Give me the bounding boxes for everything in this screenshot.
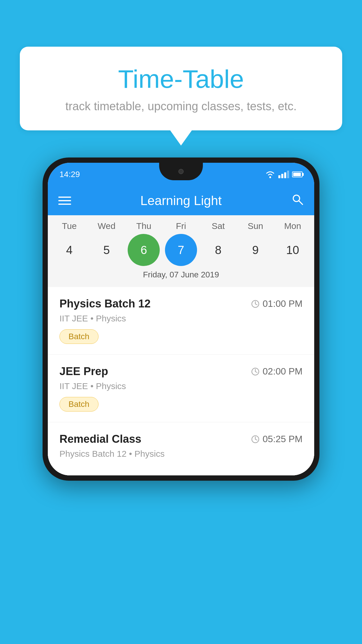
- svg-line-2: [299, 201, 303, 204]
- clock-icon-1: [251, 300, 260, 308]
- schedule-item-2-header: JEE Prep 02:00 PM: [59, 365, 303, 378]
- schedule-item-1[interactable]: Physics Batch 12 01:00 PM IIT JEE • Phys…: [48, 287, 314, 355]
- phone-frame: 14:29: [43, 158, 319, 481]
- schedule-list: Physics Batch 12 01:00 PM IIT JEE • Phys…: [48, 287, 314, 475]
- day-label-wed: Wed: [91, 221, 123, 231]
- svg-line-5: [255, 304, 257, 305]
- status-time: 14:29: [59, 170, 80, 179]
- menu-line-3: [58, 204, 71, 205]
- search-button[interactable]: [291, 193, 304, 209]
- schedule-item-2-badge: Batch: [59, 397, 99, 412]
- schedule-item-2[interactable]: JEE Prep 02:00 PM IIT JEE • Physics Batc…: [48, 355, 314, 422]
- clock-icon-2: [251, 367, 260, 376]
- schedule-item-3-time: 05:25 PM: [251, 434, 303, 444]
- menu-line-2: [58, 200, 71, 201]
- svg-point-0: [269, 176, 271, 178]
- signal-icon: [278, 171, 289, 178]
- schedule-item-2-time: 02:00 PM: [251, 366, 303, 377]
- phone-screen: 14:29: [48, 163, 314, 475]
- phone-notch: [159, 163, 203, 180]
- day-10[interactable]: 10: [277, 234, 309, 266]
- schedule-item-3-header: Remedial Class 05:25 PM: [59, 433, 303, 445]
- menu-line-1: [58, 197, 71, 198]
- schedule-item-2-subtitle: IIT JEE • Physics: [59, 381, 303, 391]
- day-8[interactable]: 8: [202, 234, 234, 266]
- day-label-thu: Thu: [128, 221, 160, 231]
- selected-date-label: Friday, 07 June 2019: [48, 266, 314, 284]
- day-5[interactable]: 5: [91, 234, 123, 266]
- wifi-icon: [265, 170, 275, 178]
- bubble-title: Time-Table: [43, 64, 319, 94]
- calendar-strip: Tue Wed Thu Fri Sat Sun Mon 4 5 6 7 8 9 …: [48, 215, 314, 287]
- clock-icon-3: [251, 435, 260, 444]
- day-label-mon: Mon: [277, 221, 309, 231]
- schedule-item-1-header: Physics Batch 12 01:00 PM: [59, 298, 303, 310]
- schedule-item-1-subtitle: IIT JEE • Physics: [59, 314, 303, 323]
- speech-bubble-container: Time-Table track timetable, upcoming cla…: [20, 47, 342, 130]
- phone-wrapper: 14:29: [43, 158, 319, 481]
- day-label-sat: Sat: [202, 221, 234, 231]
- bubble-subtitle: track timetable, upcoming classes, tests…: [43, 100, 319, 113]
- app-bar: Learning Light: [48, 186, 314, 215]
- svg-line-11: [255, 439, 257, 440]
- day-4[interactable]: 4: [53, 234, 85, 266]
- menu-button[interactable]: [58, 197, 71, 205]
- schedule-item-1-time: 01:00 PM: [251, 298, 303, 309]
- schedule-item-3[interactable]: Remedial Class 05:25 PM Physics Batch 12…: [48, 422, 314, 475]
- day-label-fri: Fri: [165, 221, 197, 231]
- day-headers: Tue Wed Thu Fri Sat Sun Mon: [48, 221, 314, 231]
- svg-line-8: [255, 372, 257, 372]
- day-label-tue: Tue: [53, 221, 85, 231]
- camera-dot: [178, 169, 184, 174]
- schedule-item-3-title: Remedial Class: [59, 433, 141, 445]
- battery-icon: [292, 172, 303, 177]
- schedule-item-2-title: JEE Prep: [59, 365, 108, 378]
- day-6-today[interactable]: 6: [128, 234, 160, 266]
- schedule-item-1-title: Physics Batch 12: [59, 298, 151, 310]
- day-label-sun: Sun: [239, 221, 271, 231]
- app-title: Learning Light: [140, 193, 222, 208]
- day-numbers: 4 5 6 7 8 9 10: [48, 234, 314, 266]
- schedule-item-3-subtitle: Physics Batch 12 • Physics: [59, 449, 303, 459]
- status-icons: [265, 170, 303, 178]
- svg-point-1: [293, 195, 300, 202]
- speech-bubble: Time-Table track timetable, upcoming cla…: [20, 47, 342, 130]
- day-7-selected[interactable]: 7: [165, 234, 197, 266]
- day-9[interactable]: 9: [239, 234, 271, 266]
- status-bar: 14:29: [48, 163, 314, 186]
- schedule-item-1-badge: Batch: [59, 329, 99, 344]
